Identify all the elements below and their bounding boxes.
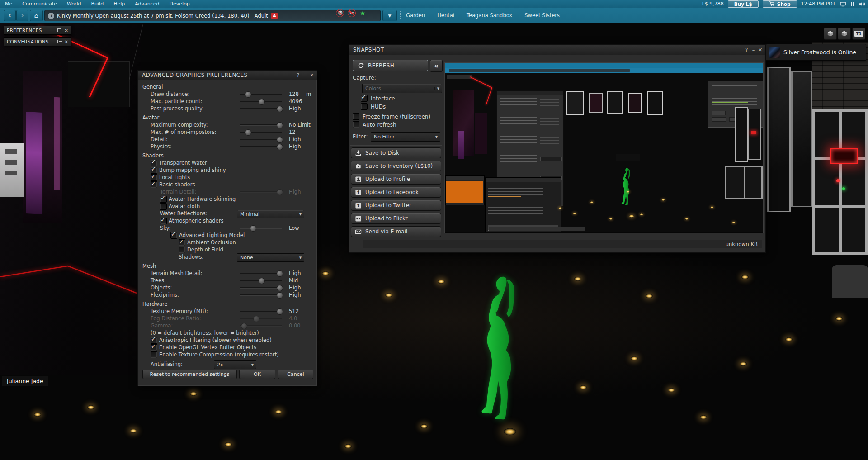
checkbox-auto-refresh[interactable] — [353, 121, 359, 128]
favorite-teagana-sandbox[interactable]: Teagana Sandbox — [467, 12, 512, 19]
chevron-down-icon: ▼ — [433, 135, 440, 139]
checkbox-advanced-lighting-model[interactable] — [170, 232, 177, 239]
close-icon[interactable]: ✕ — [65, 28, 68, 33]
object-cube-button[interactable] — [838, 28, 851, 40]
upload-to-facebook-button[interactable]: fUpload to Facebook — [351, 187, 441, 198]
slider-knob[interactable] — [277, 308, 283, 315]
menu-item-advanced[interactable]: Advanced — [130, 0, 164, 8]
reset-to-recommended-settings-button[interactable]: Reset to recommended settings — [142, 370, 237, 379]
slider-physics — [240, 143, 282, 150]
menu-item-world[interactable]: World — [62, 0, 86, 8]
preferences-panel-tab[interactable]: PREFERENCES ✕ — [4, 26, 71, 35]
conversations-panel-tab[interactable]: CONVERSATIONS ✕ — [4, 37, 71, 46]
object-cube-button[interactable] — [824, 28, 837, 40]
tear-off-icon[interactable] — [57, 40, 61, 43]
setting-label: Objects: — [151, 285, 172, 291]
checkbox-depth-of-field[interactable] — [179, 247, 185, 253]
gfx-row-anisotropic-filtering-slower-when-enabled: Anisotropic Filtering (slower when enabl… — [138, 337, 317, 344]
menu-item-communicate[interactable]: Communicate — [17, 0, 62, 8]
slider-knob[interactable] — [245, 91, 251, 98]
gfx-row-flexiprims: Flexiprims:High — [138, 291, 317, 299]
minimize-icon[interactable]: – — [302, 72, 308, 78]
slider-knob[interactable] — [253, 316, 259, 322]
help-icon[interactable]: ? — [743, 47, 750, 53]
collapse-panel-button[interactable]: « — [430, 60, 443, 72]
checkbox-interface[interactable] — [361, 95, 368, 102]
online-notification-toast[interactable]: Silver Frostwood is Online — [766, 44, 866, 61]
favorite-garden[interactable]: Garden — [406, 12, 425, 19]
dialog-titlebar[interactable]: SNAPSHOT ? – ✕ — [349, 45, 765, 55]
checkbox-avatar-hardware-skinning[interactable] — [160, 196, 167, 203]
menu-item-build[interactable]: Build — [86, 0, 109, 8]
slider-knob[interactable] — [277, 292, 283, 299]
media-monitor-icon[interactable] — [840, 1, 846, 7]
capture-type-dropdown[interactable]: Colors▼ — [362, 84, 442, 93]
upload-to-twitter-button[interactable]: tUpload to Twitter — [351, 200, 441, 211]
linden-balance[interactable]: L$ 9,788 — [702, 1, 724, 7]
upload-to-flickr-button[interactable]: Upload to Flickr — [351, 213, 441, 224]
slider-knob[interactable] — [259, 278, 265, 284]
close-icon[interactable]: ✕ — [308, 72, 315, 78]
upload-to-profile-button[interactable]: Upload to Profile — [351, 174, 441, 185]
send-via-e-mail-button[interactable]: Send via E-mail — [351, 226, 441, 237]
slider-knob[interactable] — [277, 144, 283, 150]
menu-item-me[interactable]: Me — [0, 0, 17, 8]
slider-knob[interactable] — [277, 122, 283, 128]
setting-label: Max. particle count: — [151, 98, 202, 104]
back-button[interactable]: ‹ — [4, 10, 16, 21]
volume-icon[interactable] — [859, 1, 865, 7]
favorites-drag-handle[interactable] — [400, 11, 402, 19]
slider-knob[interactable] — [277, 189, 283, 195]
dropdown-shadows[interactable]: None▼ — [237, 253, 304, 262]
help-icon[interactable]: ? — [295, 72, 302, 78]
dialog-footer: Reset to recommended settingsOKCancel — [138, 370, 317, 379]
slider-knob[interactable] — [277, 106, 283, 112]
checkbox-huds[interactable] — [361, 103, 368, 110]
close-icon[interactable]: ✕ — [65, 39, 68, 44]
pink-drape — [54, 97, 60, 190]
cancel-button[interactable]: Cancel — [278, 370, 313, 379]
close-icon[interactable]: ✕ — [757, 47, 764, 53]
media-pause-icon[interactable] — [850, 2, 855, 6]
green-avatar[interactable] — [475, 273, 534, 435]
setting-label: Gamma: — [151, 322, 173, 329]
slider-knob[interactable] — [277, 137, 283, 143]
refresh-button[interactable]: REFRESH — [353, 60, 428, 71]
home-button[interactable]: ⌂ — [30, 10, 43, 21]
checkbox-ambient-occlusion[interactable] — [179, 239, 185, 246]
favorite-sweet-sisters[interactable]: Sweet Sisters — [524, 12, 560, 19]
tear-off-icon[interactable] — [57, 28, 61, 32]
slider-knob[interactable] — [250, 225, 256, 232]
slider-knob[interactable] — [277, 270, 283, 277]
checkbox-basic-shaders[interactable] — [151, 181, 157, 188]
dropdown-antialiasing[interactable]: 2x▼ — [214, 360, 256, 369]
location-bar[interactable]: i Kinky Monthly Open august 25th at 7 pm… — [44, 10, 381, 21]
counter-button[interactable]: 71 — [852, 28, 865, 40]
checkbox-enable-texture-compression-requires-restart[interactable] — [151, 351, 157, 358]
shop-button[interactable]: Shop — [763, 0, 797, 8]
slider-knob[interactable] — [241, 323, 247, 329]
buy-lindens-button[interactable]: Buy L$ — [728, 0, 759, 8]
dialog-titlebar[interactable]: ADVANCED GRAPHICS PREFERENCES ? – ✕ — [138, 71, 317, 80]
filter-dropdown[interactable]: No Filter▼ — [371, 132, 440, 142]
forward-button[interactable]: › — [16, 10, 28, 21]
checkbox-enable-opengl-vertex-buffer-objects[interactable] — [151, 344, 157, 351]
save-to-inventory-l-10-button[interactable]: Save to Inventory (L$10) — [351, 161, 441, 171]
slider-knob[interactable] — [259, 99, 265, 105]
menu-item-help[interactable]: Help — [108, 0, 130, 8]
minimize-icon[interactable]: – — [750, 47, 757, 53]
checkbox-atmospheric-shaders[interactable] — [160, 218, 167, 224]
friend-avatar-thumbnail — [769, 47, 780, 58]
ok-button[interactable]: OK — [239, 370, 275, 379]
save-to-disk-button[interactable]: Save to Disk — [351, 147, 441, 158]
checkbox-freeze-frame-fullscreen[interactable] — [353, 113, 359, 120]
checkbox-avatar-cloth[interactable] — [160, 203, 167, 210]
favorite-star-icon[interactable]: ★ — [360, 9, 366, 17]
menu-item-develop[interactable]: Develop — [165, 0, 195, 8]
setting-value: High — [289, 143, 301, 150]
slider-knob[interactable] — [277, 285, 283, 291]
slider-knob[interactable] — [245, 129, 251, 136]
info-icon[interactable]: i — [48, 13, 54, 19]
location-dropdown-button[interactable]: ▼ — [382, 10, 397, 21]
favorite-hentai[interactable]: Hentai — [437, 12, 454, 19]
